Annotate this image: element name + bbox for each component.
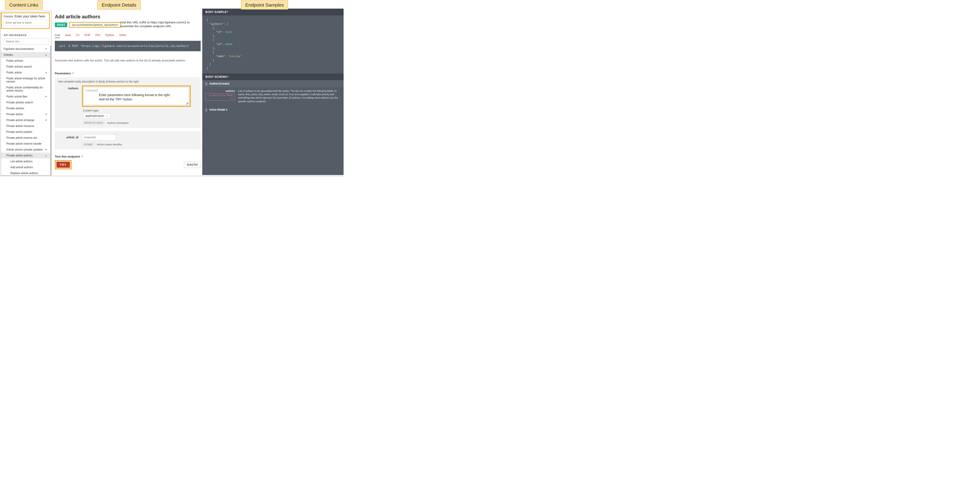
sidebar-item[interactable]: Private article publish [1, 129, 50, 135]
sidebar-item-label: Figshare documentation [4, 47, 34, 51]
sidebar-item[interactable]: Private article resource [1, 123, 50, 129]
resize-handle-icon[interactable] [186, 102, 188, 104]
search-input[interactable] [4, 38, 48, 45]
sidebar-item[interactable]: Private article▼ [1, 111, 50, 117]
method-badge: POST [55, 22, 67, 27]
sidebar-item[interactable]: Article version private updates▼ [1, 147, 50, 153]
schema-name-2: Inline Model 1 [210, 108, 228, 111]
sidebar-item-label: Public article confidentiality for artic… [6, 86, 47, 92]
sidebar-item[interactable]: Public articles search [1, 64, 50, 70]
brace-icon: {} [205, 82, 207, 85]
endpoint-path-tip: Add this URL suffix to https://api.figsh… [121, 21, 195, 28]
body-sample-code: { "authors": [ { "id": 12121 }, { "id": … [202, 15, 344, 73]
token-input[interactable] [3, 19, 47, 26]
authors-tip-1: Enter parameters here following format t… [99, 93, 170, 97]
sidebar: TOKEN Enter your token here API REFERENC… [1, 11, 51, 176]
chevron-down-icon: ▼ [45, 48, 47, 50]
sample-name: "John Doe" [228, 55, 241, 57]
type-chip-2: integer [82, 142, 95, 146]
chevron-up-icon[interactable]: ^ [72, 72, 73, 75]
chevron-up-icon: ▲ [45, 54, 47, 56]
endpoint-samples-panel: BODY SAMPLE^ { "authors": [ { "id": 1212… [202, 9, 344, 175]
api-reference-section: API REFERENCE [1, 29, 51, 46]
sidebar-item[interactable]: Private article authors▲ [1, 153, 50, 158]
article-id-label: article_id [58, 136, 78, 139]
lang-tab[interactable]: Python [105, 34, 114, 38]
authors-tip-2: And hit the 'TRY' button [99, 97, 132, 101]
endpoint-description: Associate new authors with the article. … [55, 59, 200, 62]
sidebar-item[interactable]: Replace article authors [1, 170, 50, 176]
chevron-down-icon: ▼ [45, 72, 47, 74]
sidebar-item-label: Private articles search [6, 101, 33, 104]
authors-textarea[interactable]: (required) Enter parameters here followi… [84, 87, 189, 105]
endpoint-path: /account/articles/{article_id}/authors [69, 22, 121, 28]
type-chip-desc: Authors description [107, 121, 129, 124]
lang-tab[interactable]: Perl [95, 34, 100, 38]
chevron-down-icon: ▼ [45, 119, 47, 121]
sidebar-item[interactable]: Private article embargo▼ [1, 117, 50, 123]
chevron-down-icon: ▼ [45, 96, 47, 98]
nav-list: Figshare documentation▼Articles▲Public a… [1, 46, 51, 176]
sidebar-item[interactable]: Private articles search [1, 99, 50, 105]
sidebar-item-label: Private article reserve doi [6, 136, 37, 139]
authors-frame: (required) Enter parameters here followi… [82, 85, 191, 107]
annotation-endpoint-samples: Endpoint Samples [241, 0, 288, 10]
try-button[interactable]: TRY [56, 162, 70, 168]
sidebar-item-label: Replace article authors [10, 172, 38, 175]
lang-tab[interactable]: Other [119, 34, 126, 38]
sidebar-item-label: Public article files [6, 95, 27, 98]
chevron-up-icon[interactable]: ^ [81, 155, 83, 158]
body-sample-label: BODY SAMPLE [205, 10, 226, 14]
chevron-down-icon: ⌄ [106, 115, 108, 117]
sidebar-item-label: Add article authors [10, 166, 33, 169]
sidebar-item[interactable]: Public article files▼ [1, 94, 50, 99]
sidebar-item[interactable]: Private articles [1, 105, 50, 111]
lang-tab[interactable]: PHP [84, 34, 91, 38]
sample-id-2: 34345 [225, 43, 232, 46]
sidebar-item-label: Private article embargo [6, 118, 34, 122]
try-frame: TRY [55, 160, 72, 169]
type-chip: AuthorsCreator [83, 121, 105, 125]
sidebar-item-label: List article authors [10, 160, 32, 163]
schema-inline-model[interactable]: {} Inline Model 1 [202, 106, 344, 113]
sidebar-item[interactable]: Articles▲ [1, 52, 50, 58]
sidebar-item[interactable]: Public article confidentiality for artic… [1, 85, 50, 94]
content-type-select[interactable]: application/json ⌄ [83, 113, 110, 118]
sidebar-item-label: Public article embargo for article versi… [6, 77, 47, 83]
chevron-up-icon: ▲ [45, 155, 47, 156]
sidebar-item[interactable]: List article authors [1, 158, 50, 164]
field-desc: List of authors to be associated with th… [238, 89, 340, 104]
body-schema-header[interactable]: BODY SCHEMA^ [202, 73, 344, 80]
sidebar-item-label: Private article [6, 113, 23, 116]
oauth-button[interactable]: OAUTH [184, 162, 200, 168]
test-endpoint-header: Test this endpoint ^ [55, 155, 200, 158]
token-section: TOKEN Enter your token here [1, 13, 50, 29]
lang-tab[interactable]: Java [65, 34, 71, 38]
schema-authors-creator[interactable]: {} AuthorsCreator [202, 80, 344, 87]
sidebar-item[interactable]: Public article embargo for article versi… [1, 75, 50, 85]
sidebar-item[interactable]: Private article reserve doi [1, 135, 50, 141]
sidebar-item-label: Public article [6, 71, 22, 74]
token-tip: Enter your token here [14, 14, 45, 18]
schema-name-1: AuthorsCreator [210, 82, 230, 85]
lang-tab[interactable]: Curl [55, 34, 60, 38]
sidebar-item[interactable]: Private article reserve handle [1, 141, 50, 147]
body-schema-label: BODY SCHEMA [205, 75, 227, 78]
sidebar-item[interactable]: Figshare documentation▼ [1, 46, 50, 52]
article-id-input[interactable] [82, 134, 116, 140]
chevron-down-icon: ▼ [45, 148, 47, 151]
type-chip-2-desc: Article unique identifier [97, 143, 122, 146]
body-sample-header[interactable]: BODY SAMPLE^ [202, 9, 344, 15]
code-sample: curl -X POST "https://api.figshare.com/v… [55, 41, 200, 51]
sidebar-item-label: Articles [4, 53, 13, 56]
lang-tab[interactable]: C# [76, 34, 80, 38]
api-reference-label: API REFERENCE [4, 34, 48, 37]
content-type-value: application/json [85, 114, 104, 117]
parameters-header-label: Parameters [55, 72, 71, 75]
sidebar-item[interactable]: Add article authors [1, 164, 50, 170]
sidebar-item[interactable]: Public articles [1, 58, 50, 64]
sidebar-item-label: Private article authors [6, 154, 33, 157]
sidebar-item[interactable]: Public article▼ [1, 70, 50, 75]
brace-icon: {} [205, 108, 207, 111]
chevron-up-icon: ^ [226, 10, 228, 14]
